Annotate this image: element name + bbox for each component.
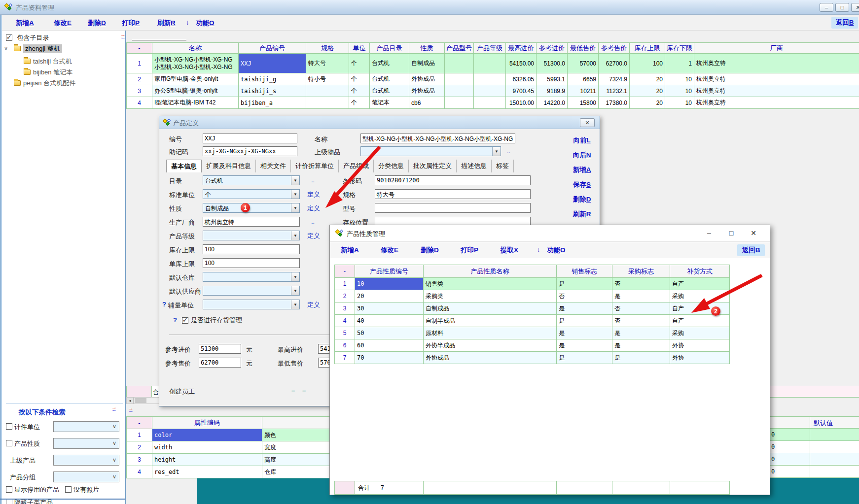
maximize-button[interactable]: □	[835, 3, 849, 12]
tree-expander-icon[interactable]: ∨	[4, 45, 8, 52]
column-header[interactable]: 参考进价	[537, 43, 568, 54]
column-header[interactable]: 补货方式	[670, 265, 730, 278]
search-checkbox[interactable]	[6, 440, 12, 446]
column-header[interactable]: 采购标志	[612, 265, 670, 278]
table-row[interactable]: 3办公S型电脑-银奥-onlyittaishiji_s个台式机外协成品9700.…	[127, 85, 859, 97]
search-combo[interactable]	[53, 438, 119, 449]
column-header[interactable]: 最高进价	[506, 43, 537, 54]
tab-8[interactable]: 标签	[492, 160, 514, 172]
side-button-r[interactable]: 刷新R	[567, 210, 597, 219]
column-header[interactable]: 产品性质名称	[424, 265, 557, 278]
price-input[interactable]: 62700	[199, 358, 241, 368]
field-combo[interactable]: ▼	[203, 286, 300, 296]
option-checkbox[interactable]	[65, 486, 72, 493]
chevron-down-icon[interactable]: ▼	[291, 190, 299, 199]
search-checkbox[interactable]	[6, 423, 12, 430]
column-header[interactable]: 销售标志	[557, 265, 612, 278]
parent-more-link[interactable]: ..	[507, 147, 510, 155]
option-checkbox-row[interactable]: 没有照片	[65, 485, 99, 494]
chevron-down-icon[interactable]: ▼	[291, 272, 299, 281]
field-combo[interactable]: 自制成品▼	[203, 203, 300, 213]
toolbar-item-d[interactable]: 删除D	[421, 246, 439, 255]
include-sub-checkbox[interactable]	[6, 34, 12, 41]
quick-search-underline[interactable]	[132, 34, 186, 40]
tree-item[interactable]: peijian 台式机配件	[14, 79, 75, 88]
tab-4[interactable]: 产品组成	[339, 160, 374, 172]
field-input[interactable]	[375, 203, 531, 213]
chevron-down-icon[interactable]: ▼	[291, 231, 299, 240]
column-header[interactable]: -	[127, 417, 152, 429]
include-sub-row[interactable]: 包含子目录	[6, 33, 49, 42]
swap-columns-icon[interactable]: →←	[111, 406, 119, 412]
chevron-down-icon[interactable]: ▼	[291, 203, 299, 212]
help-icon[interactable]: ?	[173, 316, 177, 324]
table-row[interactable]: 440自制半成品是否自产	[335, 315, 730, 327]
field-input[interactable]: 100	[203, 258, 300, 268]
price-input[interactable]: 51300	[199, 344, 241, 354]
close-button[interactable]: ✕	[851, 3, 859, 12]
side-button-a[interactable]: 新增A	[567, 166, 597, 174]
table-row[interactable]: 1小型机-XG-NG小型机-XG-NG小型机-XG-NG小型机-XG-NGXXJ…	[127, 54, 859, 73]
column-header[interactable]: 库存上限	[630, 43, 665, 54]
field-combo[interactable]: ▼	[203, 300, 300, 309]
toolbar-item-e[interactable]: 修改E	[54, 19, 72, 28]
side-button-d[interactable]: 删除D	[567, 195, 597, 204]
field-combo[interactable]: 个▼	[203, 189, 300, 199]
column-header[interactable]: 属性编码	[152, 417, 262, 429]
field-combo[interactable]: ▼	[203, 231, 300, 240]
table-row[interactable]: 550原材料是是采购	[335, 327, 730, 339]
minimize-button[interactable]: –	[701, 225, 717, 241]
mnemonic-input[interactable]: xxj-XG-NGxxj-XG-NGxx	[203, 146, 297, 156]
column-header[interactable]: 参考售价	[599, 43, 630, 54]
column-header[interactable]: -	[127, 43, 152, 54]
column-header[interactable]: 最低售价	[568, 43, 599, 54]
table-row[interactable]: 2家用G型电脑-金奥-onlyittaishiji_g特小号个台式机外协成品63…	[127, 73, 859, 85]
toolbar-item-p[interactable]: 打印P	[122, 19, 140, 28]
table-row[interactable]: 110销售类是否自产	[335, 278, 730, 290]
scroll-left-button[interactable]: ◂	[127, 398, 134, 403]
column-header[interactable]: 规格	[306, 43, 349, 54]
field-input[interactable]: 100	[203, 244, 300, 254]
define-link[interactable]: 定义	[307, 232, 320, 240]
column-header[interactable]: 产品型号	[445, 43, 474, 54]
toolbar-item-e[interactable]: 修改E	[381, 246, 398, 255]
column-header[interactable]: -	[335, 265, 355, 278]
toolbar-item-p[interactable]: 打印P	[461, 246, 478, 255]
toolbar-item-d[interactable]: 删除D	[88, 19, 106, 28]
option-checkbox[interactable]	[6, 486, 12, 493]
side-button-n[interactable]: 向后N	[567, 151, 597, 160]
inventory-checkbox[interactable]	[182, 317, 188, 324]
parent-item-combo[interactable]: ▼	[360, 146, 501, 156]
tab-5[interactable]: 分类信息	[374, 160, 409, 172]
field-combo[interactable]: ▼	[203, 272, 300, 282]
dialog-close-button[interactable]: ✕	[580, 118, 595, 127]
field-input[interactable]: 901028071200	[375, 175, 531, 185]
search-combo[interactable]	[53, 471, 119, 482]
table-row[interactable]: 660外协半成品是是外协	[335, 339, 730, 352]
side-button-l[interactable]: 向前L	[567, 136, 597, 145]
more-link[interactable]: ..	[311, 218, 315, 225]
name-input[interactable]: 型机-XG-NG小型机-XG-NG小型机-XG-NG小型机-XG-NG	[360, 134, 515, 143]
column-header[interactable]: 产品性质编号	[355, 265, 424, 278]
tab-1[interactable]: 扩展及科目信息	[202, 160, 256, 172]
main-back-button[interactable]: 返回B	[831, 17, 858, 29]
tab-7[interactable]: 描述信息	[457, 160, 492, 172]
swap-columns-icon[interactable]: →←	[128, 407, 136, 413]
side-button-s[interactable]: 保存S	[567, 180, 597, 189]
swap-columns-icon[interactable]: →←	[120, 34, 128, 40]
define-link[interactable]: 定义	[307, 190, 320, 199]
search-combo[interactable]	[53, 455, 119, 466]
table-row[interactable]: 330自制成品是否自产	[335, 302, 730, 315]
column-header[interactable]: 产品目录	[370, 43, 409, 54]
more-link[interactable]: ..	[311, 176, 315, 184]
toolbar-item-o[interactable]: 功能O	[547, 246, 566, 255]
column-header[interactable]: 库存下限	[665, 43, 694, 54]
option-checkbox-row[interactable]: 显示停用的产品	[6, 485, 59, 494]
toolbar-item-r[interactable]: 刷新R	[157, 19, 176, 28]
chevron-down-icon[interactable]: ▼	[291, 176, 299, 185]
tab-3[interactable]: 计价折算单位	[291, 160, 339, 172]
tree-item[interactable]: zhengji 整机	[14, 44, 62, 53]
field-input[interactable]: 杭州奥立特	[203, 217, 300, 227]
toolbar-item-x[interactable]: 提取X	[501, 246, 518, 255]
table-row[interactable]: 220采购类否是采购	[335, 290, 730, 302]
